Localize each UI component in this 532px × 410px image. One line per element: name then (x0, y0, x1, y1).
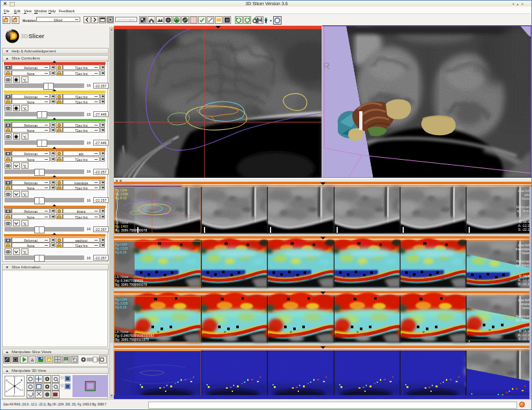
svg-text:3D: 3D (21, 33, 28, 39)
svg-text:S: S (14, 376, 16, 379)
svg-text:I: I (14, 394, 14, 397)
svg-text:R: R (6, 379, 8, 382)
svg-text:Slicer: Slicer (28, 33, 45, 39)
svg-text:P: P (6, 390, 8, 393)
svg-text:A: A (21, 378, 23, 382)
